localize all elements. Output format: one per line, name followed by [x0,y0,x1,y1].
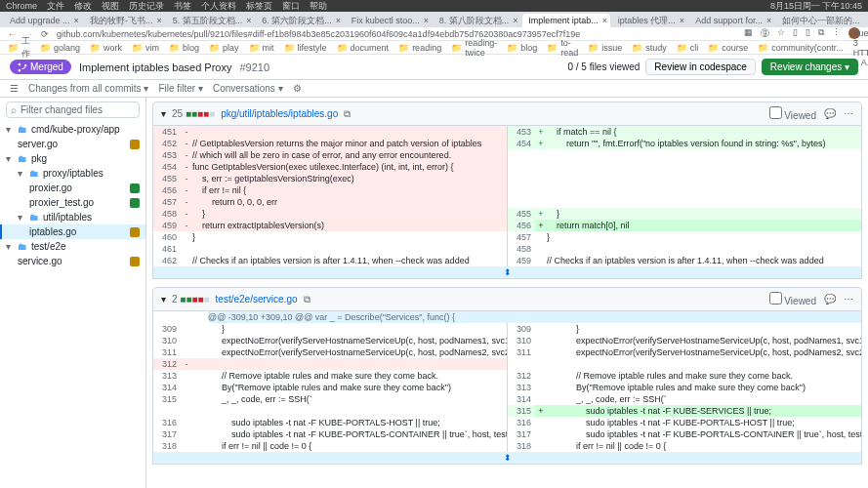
kebab-icon[interactable]: ⋯ [844,294,853,305]
extension-icon[interactable]: ▦ [744,27,753,40]
sidebar-toggle-icon[interactable]: ☰ [10,83,19,94]
menu-item[interactable]: 视图 [102,0,119,13]
diff-line[interactable]: 310 expectNoError(verifyServeHostnameSer… [508,335,861,346]
bookmark-folder[interactable]: 📁 community(contr... [758,43,844,53]
bookmark-folder[interactable]: 📁 study [632,43,667,53]
tree-folder[interactable]: ▾🖿 util/iptables [0,210,145,224]
bookmark-folder[interactable]: 📁 blog [169,43,199,53]
tree-file[interactable]: iptables.go [0,224,145,239]
diff-line[interactable]: 312- [153,358,507,370]
extension-icon[interactable]: ▯ [806,27,810,40]
menu-item[interactable]: 书签 [174,0,191,13]
translate-icon[interactable]: ⓖ [761,27,769,40]
diff-line[interactable]: 456- if err != nil { [153,184,507,196]
diff-line[interactable]: 454+ return "", fmt.Errorf("no iptables … [508,138,861,149]
review-codespace-button[interactable]: Review in codespace [645,59,756,75]
star-icon[interactable]: ☆ [777,27,785,40]
browser-tab[interactable]: Add upgrade ...× [4,14,82,27]
diff-line[interactable]: 310 expectNoError(verifyServeHostnameSer… [153,335,507,346]
changes-from-dropdown[interactable]: Changes from all commits ▾ [28,83,148,94]
tree-folder[interactable]: ▾🖿 proxy/iptables [0,166,145,181]
comment-icon[interactable]: 💬 [824,108,836,119]
close-icon[interactable]: × [513,16,517,25]
bookmark-folder[interactable]: 📁 play [209,43,239,53]
menu-item[interactable]: 修改 [74,0,92,13]
tree-file[interactable]: service.go [0,254,145,268]
file-path[interactable]: pkg/util/iptables/iptables.go [221,108,338,119]
comment-icon[interactable]: 💬 [824,294,836,305]
bookmark-folder[interactable]: 📁 document [337,43,390,53]
menu-item[interactable]: 个人资料 [201,0,236,13]
diff-line[interactable]: 453-// which will all be zero in case of… [153,149,507,161]
browser-tab[interactable]: 我的牧野-飞书...× [84,14,165,27]
kebab-icon[interactable]: ⋯ [844,108,853,119]
copy-icon[interactable]: ⧉ [344,108,351,120]
bookmark-folder[interactable]: 📁 to-read [547,38,578,58]
viewed-checkbox[interactable]: Viewed [769,292,816,306]
close-icon[interactable]: × [602,16,607,25]
tree-folder[interactable]: ▾🖿 pkg [0,151,145,166]
bookmark-folder[interactable]: 📁 reading [398,43,441,53]
close-icon[interactable]: × [680,16,684,25]
diff-line[interactable]: 454-func GetIptablesVersion(exec utilexe… [153,161,507,173]
expand-diff[interactable]: ⬍ [153,452,861,464]
reload-icon[interactable]: ⟳ [41,29,49,39]
diff-line[interactable]: 311 expectNoError(verifyServeHostnameSer… [153,346,507,358]
diff-line[interactable]: 315+ sudo iptables -t nat -F KUBE-SERVIC… [508,405,861,417]
tree-file[interactable]: server.go [0,137,145,151]
settings-icon[interactable]: ⚙ [293,83,302,94]
viewed-checkbox[interactable]: Viewed [769,106,816,121]
diff-line[interactable]: 456+ return match[0], nil [508,220,861,231]
diff-line[interactable]: 455- s, err := getIptablesVersionString(… [153,173,507,184]
menu-item[interactable]: 文件 [47,0,64,13]
diff-line[interactable]: 316 sudo iptables -t nat -F KUBE-PORTALS… [508,417,861,428]
conversations-dropdown[interactable]: Conversations ▾ [213,83,283,94]
expand-diff[interactable]: ⬍ [153,266,861,278]
browser-tab[interactable]: 6. 第六阶段文档...× [256,14,344,27]
menu-item[interactable]: 标签页 [246,0,272,13]
diff-line[interactable]: 462 // Checks if an iptables version is … [153,255,507,266]
browser-tab-active[interactable]: Implement iptab...× [522,14,610,27]
diff-line[interactable]: 315 _, _, code, err := SSH(` [153,393,507,405]
bookmark-folder[interactable]: 📁 reading-twice [451,38,497,58]
close-icon[interactable]: × [74,16,79,25]
diff-line[interactable]: 313 // Remove iptable rules and make sur… [153,370,507,382]
close-icon[interactable]: × [246,16,251,25]
copy-icon[interactable]: ⧉ [304,294,310,305]
browser-tab[interactable]: Fix kubectl stoo...× [346,14,432,27]
diff-line[interactable]: 313 By("Remove iptable rules and make su… [508,382,861,393]
tree-file[interactable]: proxier.go [0,181,145,195]
chevron-down-icon[interactable]: ▾ [161,294,166,305]
diff-line[interactable]: 317 sudo iptables -t nat -F KUBE-PORTALS… [508,428,861,440]
diff-line[interactable]: 318 if err != nil || code != 0 { [153,440,507,452]
diff-line[interactable]: 457 } [508,231,861,243]
browser-tab[interactable]: 如何中心一部新的...× [776,14,864,27]
menu-item[interactable]: 历史记录 [129,0,164,13]
diff-line[interactable]: 461 [153,243,507,255]
review-changes-button[interactable]: Review changes ▾ [762,59,858,75]
url-input[interactable]: github.com/kubernetes/kubernetes/pull/92… [57,29,736,39]
close-icon[interactable]: × [424,16,429,25]
filter-files-input[interactable]: ⌕ Filter changed files [6,102,140,118]
tree-folder[interactable]: ▾🖿 cmd/kube-proxy/app [0,122,145,137]
diff-line[interactable]: 314 _, _, code, err := SSH(` [508,393,861,405]
diff-line[interactable]: 458- } [153,208,507,220]
menu-item[interactable]: 窗口 [282,0,300,13]
file-filter-dropdown[interactable]: File filter ▾ [158,83,203,94]
close-icon[interactable]: × [766,16,771,25]
browser-tab[interactable]: 8. 第八阶段文档...× [434,14,521,27]
diff-line[interactable]: 459- return extractIptablesVersion(s) [153,220,507,231]
diff-line[interactable]: 452-// GetIptablesVersion returns the ma… [153,138,507,149]
diff-line[interactable]: 453+ if match == nil { [508,126,861,138]
file-path[interactable]: test/e2e/service.go [216,294,298,305]
diff-line[interactable]: 460 } [153,231,507,243]
bookmark-folder[interactable]: 📁 lifestyle [284,43,327,53]
browser-tab[interactable]: 5. 第五阶段文档...× [167,14,255,27]
diff-line[interactable]: 316 sudo iptables -t nat -F KUBE-PORTALS… [153,417,507,428]
browser-tab[interactable]: iptables 代理...× [612,14,688,27]
diff-line[interactable]: 309 } [508,323,861,335]
bookmark-folder[interactable]: 📁 blog [507,43,537,53]
bookmark-folder[interactable]: 📁 工作 [8,35,30,61]
extension-icon[interactable]: ⋮ [832,27,841,40]
diff-line[interactable]: 455+ } [508,208,861,220]
